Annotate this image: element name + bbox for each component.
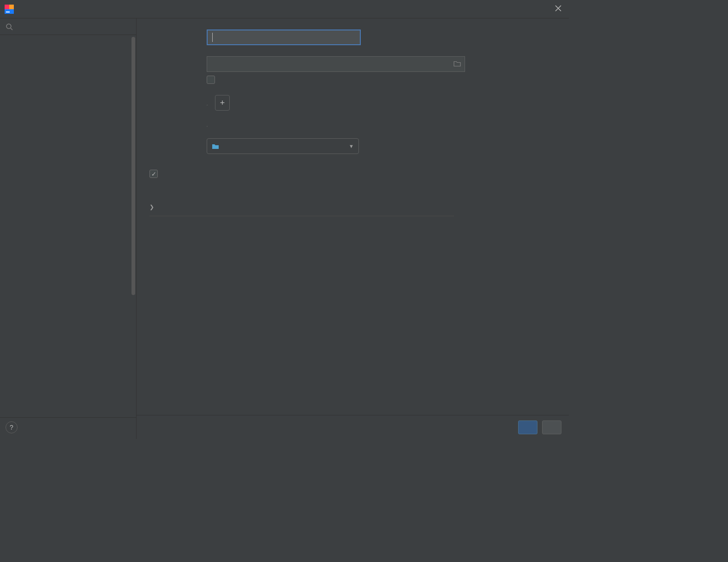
svg-point-5 [6, 24, 11, 29]
git-checkbox[interactable] [207, 76, 215, 84]
cancel-button[interactable] [542, 420, 561, 434]
language-segmented [207, 105, 208, 106]
jdk-dropdown[interactable]: ▼ [207, 138, 359, 154]
create-button[interactable] [518, 420, 537, 434]
build-segmented [207, 126, 208, 127]
search-input[interactable] [0, 18, 136, 35]
sample-code-checkbox[interactable] [149, 170, 158, 178]
advanced-settings-toggle[interactable]: ❯ [149, 198, 454, 216]
chevron-down-icon: ▼ [349, 143, 354, 149]
sidebar: ? [0, 18, 137, 439]
close-icon[interactable] [551, 2, 565, 16]
name-input[interactable] [207, 30, 361, 45]
search-icon [6, 23, 13, 30]
folder-icon [212, 143, 219, 149]
browse-folder-icon[interactable] [454, 60, 461, 68]
chevron-right-icon: ❯ [149, 204, 154, 210]
add-language-button[interactable]: + [215, 95, 230, 111]
svg-rect-4 [6, 12, 10, 12]
sidebar-section-generators [0, 35, 136, 44]
footer [137, 415, 569, 439]
intellij-icon [4, 4, 15, 15]
location-input[interactable] [207, 56, 465, 72]
help-button[interactable]: ? [6, 421, 18, 433]
svg-rect-2 [9, 5, 14, 9]
main-panel: + ▼ [137, 18, 569, 439]
svg-rect-1 [5, 5, 9, 9]
titlebar [0, 0, 569, 18]
sidebar-scrollbar[interactable] [131, 37, 135, 295]
